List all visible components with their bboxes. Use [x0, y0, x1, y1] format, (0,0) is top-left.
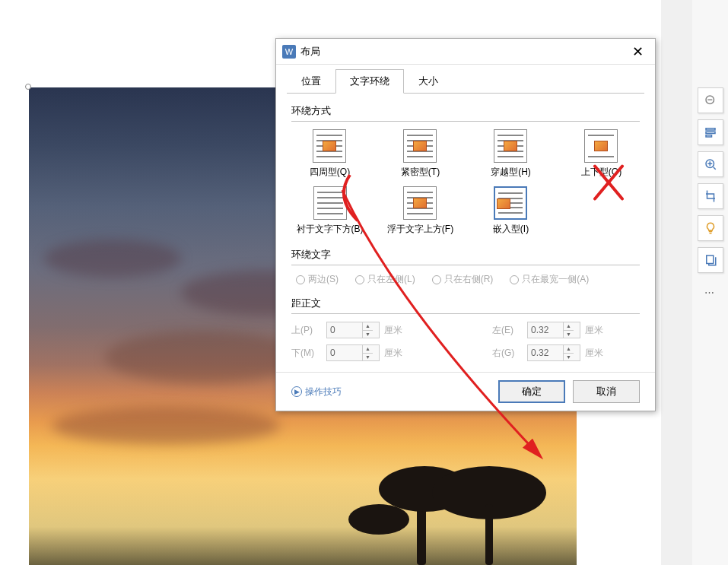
section-wrap-text: 环绕文字: [291, 248, 640, 262]
radio-both: 两边(S): [296, 273, 339, 286]
wrap-tight[interactable]: 紧密型(T): [401, 129, 440, 179]
svg-line-8: [713, 167, 715, 170]
svg-rect-4: [706, 135, 712, 137]
spinner-right: ▲▼: [527, 344, 580, 361]
wrap-front[interactable]: 浮于文字上方(F): [387, 186, 453, 236]
label-bottom: 下(M): [291, 347, 322, 360]
ok-button[interactable]: 确定: [498, 380, 565, 403]
wrap-through[interactable]: 穿越型(H): [491, 129, 531, 179]
resize-handle[interactable]: [25, 84, 31, 90]
wrap-inline[interactable]: 嵌入型(I): [493, 186, 529, 236]
close-icon[interactable]: ✕: [626, 40, 649, 63]
section-distance: 距正文: [291, 297, 640, 310]
label-left: 左(E): [492, 324, 523, 337]
spinner-top: ▲▼: [326, 322, 380, 338]
export-icon[interactable]: [698, 247, 723, 273]
section-wrap-style: 环绕方式: [291, 104, 640, 118]
navigation-icon[interactable]: [698, 119, 723, 145]
layout-dialog: W 布局 ✕ 位置 文字环绕 大小 环绕方式 四周型(Q) 紧密型(T) 穿越型…: [275, 38, 656, 411]
crop-icon[interactable]: [698, 183, 723, 209]
dialog-title: 布局: [300, 45, 626, 59]
tab-size[interactable]: 大小: [404, 69, 453, 94]
wrap-square[interactable]: 四周型(Q): [310, 129, 350, 179]
tab-bar: 位置 文字环绕 大小: [276, 65, 655, 94]
play-icon: ▶: [291, 386, 302, 397]
bulb-icon[interactable]: [698, 215, 723, 241]
svg-rect-2: [706, 129, 715, 130]
label-right: 右(G): [492, 347, 523, 360]
label-top: 上(P): [291, 324, 322, 337]
dialog-titlebar[interactable]: W 布局 ✕: [276, 39, 655, 65]
app-icon: W: [282, 45, 296, 59]
spinner-bottom: ▲▼: [326, 344, 380, 361]
wrap-behind[interactable]: 衬于文字下方(B): [297, 186, 364, 236]
tips-link[interactable]: ▶ 操作技巧: [291, 386, 491, 398]
side-toolbar: ⋯: [692, 0, 728, 565]
zoom-in-icon[interactable]: [698, 151, 723, 177]
radio-left: 只在左侧(L): [355, 273, 415, 286]
tab-position[interactable]: 位置: [287, 69, 335, 94]
more-icon[interactable]: ⋯: [698, 279, 723, 305]
svg-rect-9: [706, 256, 713, 264]
cancel-button[interactable]: 取消: [573, 380, 640, 403]
svg-rect-3: [706, 132, 715, 133]
tab-text-wrap[interactable]: 文字环绕: [335, 69, 404, 94]
radio-right: 只在右侧(R): [432, 273, 494, 286]
wrap-topbottom[interactable]: 上下型(O): [581, 129, 622, 179]
spinner-left: ▲▼: [527, 322, 580, 338]
radio-largest: 只在最宽一侧(A): [510, 273, 589, 286]
zoom-out-icon[interactable]: [698, 87, 723, 113]
